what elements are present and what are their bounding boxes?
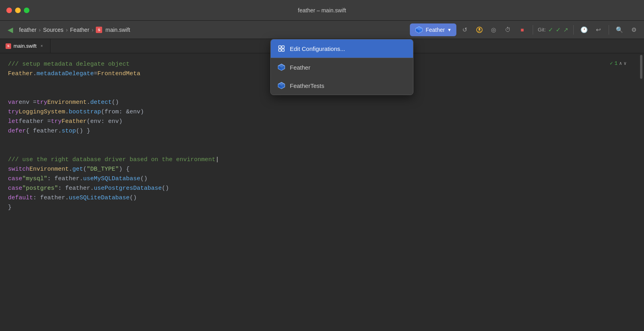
- maximize-button[interactable]: [24, 8, 29, 13]
- minimize-button[interactable]: [15, 8, 21, 13]
- history-button[interactable]: 🕐: [578, 24, 590, 35]
- svg-point-5: [478, 28, 480, 30]
- dropdown-menu: Edit Configurations... Feather: [270, 39, 413, 95]
- breadcrumb-mainswift[interactable]: main.swift: [105, 27, 130, 33]
- breadcrumb: feather › Sources › Feather › S main.swi…: [19, 27, 130, 33]
- issue-down-arrow[interactable]: ∨: [624, 60, 627, 68]
- toolbar: ◀ feather › Sources › Feather › S main.s…: [0, 21, 644, 39]
- scheme-cube-icon: [415, 25, 423, 34]
- memory-button[interactable]: ◎: [488, 24, 499, 35]
- search-button[interactable]: 🔍: [614, 24, 625, 35]
- dropdown-item-feathertests[interactable]: FeatherTests: [271, 76, 413, 95]
- svg-rect-8: [279, 46, 281, 48]
- tab-close-button[interactable]: ×: [39, 43, 45, 49]
- breadcrumb-feather2[interactable]: Feather: [70, 27, 89, 33]
- divider2: [573, 25, 574, 35]
- code-line-7: let feather = try Feather(env: env): [8, 117, 638, 127]
- svg-line-7: [479, 31, 481, 31]
- traffic-lights: [6, 8, 29, 13]
- code-line-13: case "mysql": feather.useMySQLDatabase(): [8, 174, 638, 184]
- close-button[interactable]: [6, 8, 12, 13]
- scheme-label: Feather: [426, 27, 445, 33]
- dropdown-feather-label: Feather: [290, 64, 310, 71]
- cursor: [215, 155, 219, 165]
- back-button[interactable]: ◀: [5, 24, 16, 35]
- dropdown-item-edit-configurations[interactable]: Edit Configurations...: [271, 39, 413, 58]
- scheme-selector[interactable]: Feather ▼: [410, 23, 456, 36]
- tab-mainswift[interactable]: S main.swift ×: [0, 39, 50, 53]
- svg-rect-9: [282, 46, 284, 48]
- feathertests-cube-icon: [277, 81, 286, 90]
- code-line-11: /// use the right database driver based …: [8, 155, 638, 165]
- code-line-10: [8, 146, 638, 155]
- dropdown-edit-config-label: Edit Configurations...: [290, 45, 345, 52]
- feather-cube-icon: [277, 63, 286, 72]
- dropdown-item-feather[interactable]: Feather: [271, 58, 413, 76]
- issue-up-arrow[interactable]: ∧: [619, 60, 622, 68]
- swift-file-icon: S: [96, 27, 102, 33]
- edit-config-icon: [277, 44, 286, 53]
- code-line-9: [8, 136, 638, 146]
- git-section: Git: ✓ ✓ ↗: [538, 26, 568, 33]
- divider: [533, 25, 533, 35]
- code-line-8: defer { feather.stop() }: [8, 127, 638, 136]
- code-line-16: }: [8, 203, 638, 212]
- git-checkmark-blue[interactable]: ✓: [556, 26, 561, 33]
- scrollbar[interactable]: [638, 53, 644, 331]
- profile-button[interactable]: ⏱: [502, 24, 514, 35]
- code-line-15: default: feather.useSQLiteDatabase(): [8, 193, 638, 203]
- code-line-5: var env = try Environment.detect(): [8, 98, 638, 107]
- scheme-dropdown-icon: ▼: [447, 27, 452, 32]
- breadcrumb-sources[interactable]: Sources: [43, 27, 63, 33]
- git-checkmark-green[interactable]: ✓: [548, 26, 553, 33]
- dropdown-overlay: Edit Configurations... Feather: [270, 39, 413, 95]
- window-title: feather – main.swift: [298, 7, 346, 14]
- svg-line-6: [478, 31, 479, 31]
- divider3: [609, 25, 609, 35]
- undo-button[interactable]: ↩: [593, 24, 604, 35]
- run-button[interactable]: ↺: [460, 24, 471, 35]
- code-line-12: switch Environment.get("DB_TYPE") {: [8, 165, 638, 174]
- breadcrumb-feather[interactable]: feather: [19, 27, 37, 33]
- debug-icon: [476, 26, 483, 33]
- git-push-icon[interactable]: ↗: [563, 26, 568, 33]
- debug-button[interactable]: [474, 24, 485, 35]
- scrollbar-thumb[interactable]: [640, 55, 642, 79]
- stop-button[interactable]: ■: [517, 24, 528, 35]
- settings-button[interactable]: ⚙: [628, 24, 639, 35]
- dropdown-feathertests-label: FeatherTests: [290, 82, 324, 89]
- code-line-14: case "postgres": feather.usePostgresData…: [8, 184, 638, 193]
- title-bar: feather – main.swift: [0, 0, 644, 21]
- svg-rect-10: [279, 49, 281, 51]
- issue-checkmark: ✓: [610, 60, 613, 68]
- issue-number: 1: [615, 60, 618, 68]
- tab-file-icon: S: [6, 43, 11, 49]
- issue-count: ✓ 1 ∧ ∨: [610, 60, 627, 68]
- tab-label: main.swift: [14, 43, 37, 49]
- svg-rect-11: [282, 49, 284, 51]
- git-label: Git:: [538, 27, 546, 33]
- code-line-6: try LoggingSystem.bootstrap(from: &env): [8, 107, 638, 117]
